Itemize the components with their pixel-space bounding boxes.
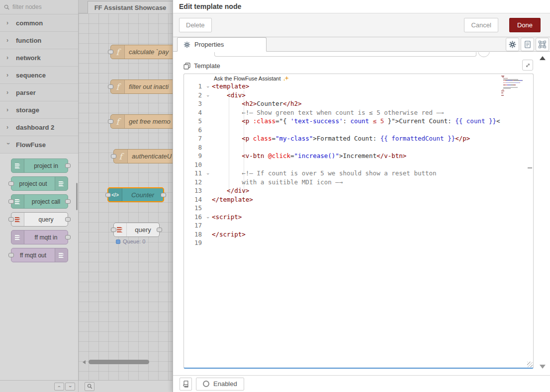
input-port[interactable] xyxy=(111,154,116,158)
palette-category-label: sequence xyxy=(16,72,46,79)
node-appearance-button[interactable] xyxy=(536,38,549,51)
flow-node-get-free-memo[interactable]: fget free memo xyxy=(110,114,173,129)
input-port[interactable] xyxy=(8,253,14,257)
delete-button[interactable]: Delete xyxy=(179,18,212,32)
scrolled-field-fragment[interactable] xyxy=(214,52,476,57)
canvas-scrollbar-thumb[interactable] xyxy=(89,360,149,364)
code-line-10[interactable]: 10 xyxy=(184,160,533,169)
code-line-16[interactable]: 16›<script> xyxy=(184,213,533,222)
palette-category-dashboard-2[interactable]: ›dashboard 2 xyxy=(0,119,78,136)
done-button[interactable]: Done xyxy=(509,18,541,32)
flow-node-Counter[interactable]: </>Counter xyxy=(107,187,164,202)
palette-collapse-all-button[interactable]: › xyxy=(54,383,64,391)
code-line-11[interactable]: 11› ←!— If count is over 5 we should sho… xyxy=(184,169,533,178)
input-port[interactable] xyxy=(108,84,113,89)
code-line-3[interactable]: 3 <h2>Counter</h2> xyxy=(184,99,533,108)
node-settings-button[interactable] xyxy=(506,38,519,51)
code-line-12[interactable]: 12 with a suitible MDI icon —→ xyxy=(184,178,533,187)
scrolled-circle-fragment xyxy=(478,52,490,57)
code-line-5[interactable]: 5 <p :class="{ 'text-success': count ≤ 5… xyxy=(184,117,533,126)
flow-node-label: calculate `pay xyxy=(125,45,173,59)
palette-node-query[interactable]: query xyxy=(11,212,68,227)
input-port[interactable] xyxy=(8,217,14,222)
scroll-left-icon[interactable] xyxy=(83,360,86,364)
code-line-9[interactable]: 9 <v-btn @click="increase()">Increment</… xyxy=(184,152,533,160)
output-port[interactable] xyxy=(157,228,162,232)
line-number: 18 xyxy=(184,230,204,239)
line-number: 7 xyxy=(184,134,204,143)
code-line-6[interactable]: 6 xyxy=(184,126,533,135)
code-line-7[interactable]: 7 <p class="my-class">Formatted Count: {… xyxy=(184,134,533,143)
palette-category-network[interactable]: ›network xyxy=(0,49,78,67)
scroll-up-icon[interactable] xyxy=(540,56,546,60)
palette-category-common[interactable]: ›common xyxy=(0,14,78,32)
editor-minimap[interactable] xyxy=(501,76,527,97)
palette-category-label: dashboard 2 xyxy=(16,124,54,131)
input-port[interactable] xyxy=(108,119,113,124)
palette-category-storage[interactable]: ›storage xyxy=(0,101,78,119)
palette-node-project-out[interactable]: project out xyxy=(11,176,68,191)
fold-chevron-icon[interactable]: › xyxy=(204,169,212,178)
flow-node-filter-out-inacti[interactable]: ffilter out inacti xyxy=(110,79,173,94)
workspace-tab[interactable]: FF Assistant Showcase xyxy=(88,1,173,13)
palette-category-label: function xyxy=(16,37,41,44)
chevron-right-icon: › xyxy=(6,89,10,95)
node-help-button[interactable] xyxy=(180,378,192,391)
palette-category-function[interactable]: ›function xyxy=(0,32,78,49)
canvas-zoom-button[interactable] xyxy=(85,382,94,391)
fold-gutter xyxy=(204,186,212,195)
output-port[interactable] xyxy=(65,217,71,222)
palette-category-parser[interactable]: ›parser xyxy=(0,84,78,101)
palette-filter-input[interactable] xyxy=(12,3,68,10)
fold-chevron-icon[interactable]: › xyxy=(204,82,212,91)
palette-category-label: storage xyxy=(16,106,39,114)
tray-form: Template Ask the FlowFuse Assistant 1›<t… xyxy=(173,52,550,375)
editor-resize-grip[interactable] xyxy=(527,362,533,367)
code-lines: 1›<template>2› <div>3 <h2>Counter</h2>4 … xyxy=(184,82,533,247)
palette-expand-all-button[interactable]: › xyxy=(65,383,75,391)
palette-node-ff-mqtt-in[interactable]: ff mqtt in xyxy=(11,230,68,244)
code-line-2[interactable]: 2› <div> xyxy=(184,91,533,100)
palette-node-project-call[interactable]: project call xyxy=(11,194,68,209)
input-port[interactable] xyxy=(8,199,14,204)
input-port[interactable] xyxy=(111,228,116,232)
input-port[interactable] xyxy=(105,193,111,197)
assistant-hint[interactable]: Ask the FlowFuse Assistant xyxy=(214,75,289,82)
code-line-18[interactable]: 18</script> xyxy=(184,230,533,239)
code-line-14[interactable]: 14</template> xyxy=(184,195,533,204)
tab-properties[interactable]: Properties xyxy=(177,37,267,52)
palette-category-FlowFuse[interactable]: ›FlowFuse xyxy=(0,136,78,154)
fold-chevron-icon[interactable]: › xyxy=(204,91,212,100)
input-port[interactable] xyxy=(108,50,113,54)
editor-expand-button[interactable] xyxy=(522,60,533,71)
node-description-button[interactable] xyxy=(521,38,534,51)
fold-chevron-icon[interactable]: › xyxy=(204,213,212,222)
scroll-down-icon[interactable] xyxy=(540,365,546,369)
output-port[interactable] xyxy=(161,193,166,197)
palette-node-ff-mqtt-out[interactable]: ff mqtt out xyxy=(11,248,68,262)
code-line-1[interactable]: 1›<template> xyxy=(184,82,533,91)
code-line-19[interactable]: 19 xyxy=(184,238,533,247)
cancel-button[interactable]: Cancel xyxy=(464,18,498,32)
template-code-editor[interactable]: Ask the FlowFuse Assistant 1›<template>2… xyxy=(183,74,534,369)
code-line-17[interactable]: 17 xyxy=(184,221,533,230)
node-enabled-toggle[interactable]: Enabled xyxy=(196,378,244,391)
flow-node-label: get free memo xyxy=(125,115,173,128)
output-port[interactable] xyxy=(65,199,71,204)
palette-category-label: common xyxy=(16,19,43,27)
code-line-8[interactable]: 8 xyxy=(184,143,533,152)
flow-workspace[interactable]: fcalculate `payffilter out inactifget fr… xyxy=(79,13,173,380)
code-line-13[interactable]: 13 </div> xyxy=(184,186,533,195)
palette-scrollbar-thumb[interactable] xyxy=(76,183,78,210)
code-line-15[interactable]: 15 xyxy=(184,204,533,213)
flow-node-query[interactable]: query xyxy=(113,223,160,237)
code-line-4[interactable]: 4 ←!— Show green text when count is ≤ 5 … xyxy=(184,108,533,117)
input-port[interactable] xyxy=(8,181,14,186)
output-port[interactable] xyxy=(65,235,71,239)
output-port[interactable] xyxy=(65,163,71,168)
gear-icon xyxy=(183,41,190,48)
palette-node-project-in[interactable]: project in xyxy=(11,158,68,173)
flow-node-calculate-pay[interactable]: fcalculate `pay xyxy=(110,45,173,59)
flow-node-authenticateU[interactable]: fauthenticateU xyxy=(113,149,173,163)
palette-category-sequence[interactable]: ›sequence xyxy=(0,67,78,84)
